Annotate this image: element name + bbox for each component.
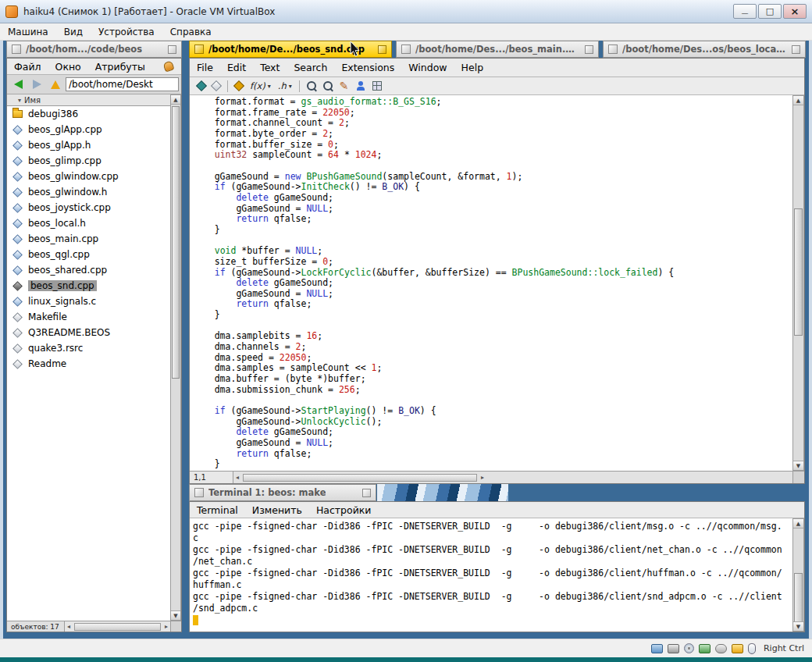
hdd-icon[interactable] (668, 644, 679, 653)
file-row[interactable]: beos_glwindow.h (7, 184, 170, 200)
up-button[interactable] (47, 77, 64, 91)
close-box-icon[interactable] (194, 44, 204, 54)
column-header[interactable]: ▾ Имя (7, 94, 170, 106)
path-input[interactable] (66, 77, 179, 91)
scroll-up-icon[interactable]: ▲ (793, 96, 803, 105)
scroll-right-icon[interactable]: ▸ (162, 623, 170, 630)
maximize-button[interactable] (758, 4, 782, 19)
editor-tab[interactable]: /boot/home/De.../beos_snd.cpp (189, 41, 392, 58)
resize-corner[interactable] (792, 472, 804, 483)
menu-item-устройства[interactable]: Устройства (91, 24, 162, 40)
resize-corner[interactable] (170, 621, 181, 632)
pencil-icon[interactable] (340, 80, 349, 92)
close-box-icon[interactable] (194, 488, 204, 497)
file-row[interactable]: beos_main.cpp (7, 231, 170, 247)
scroll-down-icon[interactable]: ▼ (793, 621, 803, 631)
close-box-icon[interactable] (608, 44, 618, 54)
scroll-right-icon[interactable]: ▸ (479, 474, 486, 481)
file-row[interactable]: beos_glimp.cpp (7, 153, 170, 169)
close-button[interactable] (783, 4, 807, 19)
file-row[interactable]: beos_shared.cpp (7, 262, 170, 278)
menu-item-extensions[interactable]: Extensions (334, 60, 401, 75)
file-row[interactable]: beos_glwindow.cpp (7, 169, 170, 184)
file-row[interactable]: beos_joystick.cpp (7, 200, 170, 215)
display-icon[interactable] (651, 644, 663, 653)
grid-icon[interactable] (372, 81, 382, 91)
mouse-icon[interactable] (748, 643, 756, 654)
editor-tab[interactable]: /boot/home/Des...os/beos_local.h (603, 41, 806, 58)
menu-item-file[interactable]: File (190, 60, 220, 75)
user-icon[interactable] (356, 81, 365, 91)
file-row[interactable]: Q3README.BEOS (7, 325, 170, 340)
close-box-icon[interactable] (401, 44, 411, 54)
menu-item-файл[interactable]: Файл (7, 59, 48, 74)
terminal-window-tab[interactable]: Terminal 1: beos: make (189, 484, 376, 501)
file-row[interactable]: beos_local.h (7, 215, 170, 231)
menu-item-edit[interactable]: Edit (220, 60, 253, 75)
zoom-box-icon[interactable] (168, 45, 176, 54)
hscroll-thumb[interactable] (74, 623, 161, 631)
vbox-menubar: МашинаВидУстройстваСправка (0, 23, 812, 41)
terminal-content[interactable]: gcc -pipe -fsigned-char -Did386 -fPIC -D… (190, 518, 792, 632)
menu-item-окно[interactable]: Окно (48, 59, 88, 74)
find-icon[interactable] (307, 81, 316, 91)
scroll-up-icon[interactable]: ▲ (171, 95, 180, 105)
menu-item-изменить[interactable]: Изменить (245, 503, 309, 518)
file-row[interactable]: linux_signals.c (7, 294, 170, 309)
scroll-left-icon[interactable]: ◂ (65, 623, 73, 630)
tracker-statusbar: объектов: 17 ◂ ▸ (7, 621, 170, 632)
find-again-icon[interactable] (323, 81, 333, 91)
zoom-box-icon[interactable] (362, 489, 371, 497)
minimize-button[interactable] (733, 4, 757, 19)
menu-item-window[interactable]: Window (401, 60, 454, 75)
network-icon[interactable] (699, 644, 710, 653)
close-box-icon[interactable] (12, 44, 21, 54)
menu-item-text[interactable]: Text (253, 60, 287, 75)
execute-icon[interactable] (233, 80, 244, 91)
terminal-vscrollbar[interactable]: ▲ ▼ (792, 518, 804, 632)
tracker-window-tab[interactable]: /boot/hom.../code/beos (6, 41, 182, 58)
file-row[interactable]: beos_glApp.h (7, 137, 170, 153)
menu-item-вид[interactable]: Вид (56, 24, 91, 40)
file-row[interactable]: beos_qgl.cpp (7, 247, 170, 262)
hscroll-thumb[interactable] (243, 474, 477, 482)
open-icon[interactable] (196, 80, 207, 91)
menu-item-атрибуты[interactable]: Атрибуты (88, 59, 152, 74)
menu-item-справка[interactable]: Справка (162, 24, 219, 40)
editor-vscrollbar[interactable]: ▲ ▼ (792, 95, 804, 471)
file-row[interactable]: beos_snd.cpp (7, 278, 170, 294)
save-icon[interactable] (211, 80, 222, 91)
file-row[interactable]: beos_glApp.cpp (7, 122, 170, 137)
file-row[interactable]: Readme (7, 356, 170, 372)
shared-folder-icon[interactable] (732, 644, 743, 653)
tracker-vscrollbar[interactable]: ▲ ▼ (170, 94, 181, 621)
zoom-box-icon[interactable] (792, 45, 800, 54)
usb-icon[interactable] (715, 644, 727, 653)
file-icon (12, 141, 23, 151)
file-row[interactable]: debugi386 (7, 106, 170, 122)
zoom-box-icon[interactable] (378, 45, 386, 54)
code-area[interactable]: format.format = gs_audio_format::B_GS_S1… (190, 95, 792, 471)
header-popup[interactable]: .h▾ (278, 80, 292, 91)
editor-tab[interactable]: /boot/home/Des.../beos_main.cpp (396, 41, 599, 58)
tracker-file-list[interactable]: debugi386beos_glApp.cppbeos_glApp.hbeos_… (7, 106, 170, 621)
file-row[interactable]: quake3.rsrc (7, 340, 170, 356)
scroll-thumb[interactable] (172, 106, 180, 379)
menu-item-настройки[interactable]: Настройки (309, 503, 379, 518)
scroll-thumb[interactable] (794, 573, 803, 622)
forward-button[interactable] (28, 77, 45, 91)
menu-item-search[interactable]: Search (287, 60, 334, 75)
back-button[interactable] (9, 77, 27, 91)
scroll-down-icon[interactable]: ▼ (793, 461, 803, 470)
scroll-up-icon[interactable]: ▲ (793, 519, 803, 529)
menu-item-terminal[interactable]: Terminal (190, 503, 245, 518)
zoom-box-icon[interactable] (585, 45, 593, 54)
file-row[interactable]: Makefile (7, 309, 170, 325)
menu-item-машина[interactable]: Машина (0, 24, 56, 40)
function-popup[interactable]: f(x)▾ (250, 80, 271, 91)
menu-item-help[interactable]: Help (454, 60, 491, 75)
cd-icon[interactable] (684, 643, 694, 653)
scroll-down-icon[interactable]: ▼ (171, 610, 180, 620)
scroll-thumb[interactable] (794, 208, 803, 336)
scroll-left-icon[interactable]: ◂ (233, 474, 241, 481)
